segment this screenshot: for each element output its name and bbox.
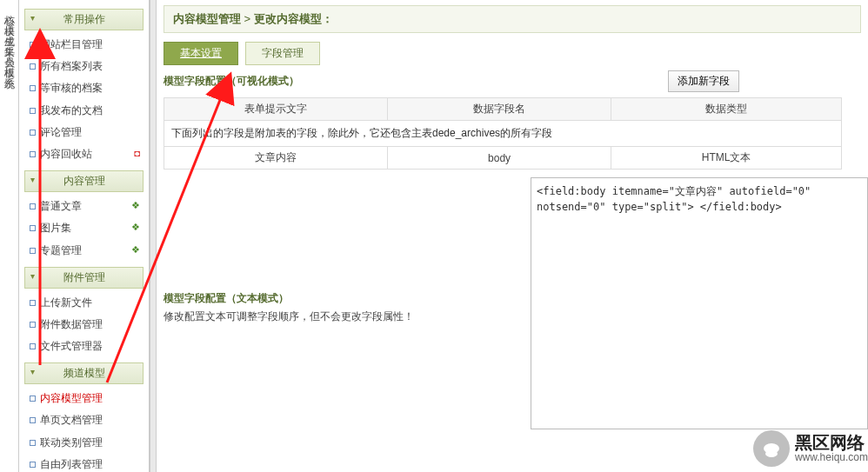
visual-config-title: 模型字段配置（可视化模式）	[164, 70, 299, 92]
col-form-label: 表单提示文字	[164, 98, 388, 121]
tab-fields[interactable]: 字段管理	[245, 42, 320, 65]
main-panel: 内容模型管理 > 更改内容模型： 基本设置 字段管理 模型字段配置（可视化模式）…	[157, 0, 868, 472]
module-tab-tmpl[interactable]: 模板	[3, 57, 15, 61]
chevron-down-icon: ▾	[30, 175, 35, 184]
module-tab-make[interactable]: 生成	[3, 26, 15, 30]
sidebar-item-freelist[interactable]: 自由列表管理	[28, 454, 144, 472]
sidebar-item-gallery[interactable]: 图片集❖	[28, 217, 144, 239]
breadcrumb: 内容模型管理 > 更改内容模型：	[164, 5, 861, 33]
plus-icon[interactable]: ❖	[131, 243, 140, 258]
cell-form-label: 文章内容	[164, 147, 388, 170]
sidebar-item-all-archives[interactable]: 所有档案列表	[28, 56, 144, 77]
cell-field-name: body	[388, 147, 611, 170]
sidebar-item-upload[interactable]: 上传新文件	[28, 292, 144, 314]
field-code-box[interactable]: <field:body itemname="文章内容" autofield="0…	[531, 177, 868, 429]
watermark: 黑区网络 www.heiqu.com	[753, 430, 868, 467]
module-tab-gather[interactable]: 采集	[3, 37, 15, 40]
sidebar-group-content[interactable]: ▾内容管理	[24, 170, 144, 192]
tab-basic[interactable]: 基本设置	[164, 42, 238, 65]
sidebar-item-col-manage[interactable]: 网站栏目管理	[28, 34, 144, 56]
col-field-name: 数据字段名	[388, 98, 611, 121]
splitter-handle[interactable]	[150, 0, 157, 472]
sidebar-group-channel[interactable]: ▾频道模型	[24, 362, 144, 384]
module-tab-core[interactable]: 核心	[3, 5, 15, 9]
sidebar-item-singlepage[interactable]: 单页文档管理	[28, 409, 144, 431]
sidebar-group-attach[interactable]: ▾附件管理	[24, 267, 144, 289]
sidebar-item-comments[interactable]: 评论管理	[28, 122, 144, 143]
mushroom-icon	[753, 430, 790, 467]
table-row[interactable]: 文章内容 body HTML文本	[164, 147, 842, 170]
plus-icon[interactable]: ❖	[131, 220, 140, 236]
chevron-down-icon: ▾	[30, 13, 35, 23]
crumb-root[interactable]: 内容模型管理	[173, 12, 241, 25]
sidebar-item-file-mgr[interactable]: 文件式管理器	[28, 336, 144, 357]
module-tab-member[interactable]: 会员	[3, 47, 15, 50]
sidebar-item-pending[interactable]: 等审核的档案	[28, 77, 144, 99]
sidebar-item-article[interactable]: 普通文章❖	[28, 196, 144, 217]
watermark-url: www.heiqu.com	[795, 452, 868, 463]
sidebar: ▾常用操作 网站栏目管理 所有档案列表 等审核的档案 我发布的文档 评论管理 内…	[19, 0, 150, 472]
tabs: 基本设置 字段管理	[164, 42, 868, 65]
module-tab-system[interactable]: 系统	[3, 68, 15, 71]
sidebar-item-model-mgr[interactable]: 内容模型管理	[28, 388, 144, 409]
fields-note: 下面列出的字段是附加表的字段，除此外，它还包含主表dede_archives的所…	[164, 121, 842, 147]
cell-data-type: HTML文本	[611, 147, 842, 170]
module-tab-module[interactable]: 模块	[3, 16, 15, 19]
sidebar-item-recycle[interactable]: 内容回收站◘	[28, 143, 144, 165]
fields-table: 表单提示文字 数据字段名 数据类型 下面列出的字段是附加表的字段，除此外，它还包…	[164, 97, 842, 170]
watermark-name: 黑区网络	[795, 434, 868, 452]
col-data-type: 数据类型	[611, 98, 842, 121]
plus-icon[interactable]: ❖	[131, 198, 140, 214]
crumb-current: 更改内容模型：	[254, 12, 333, 25]
shield-icon: ◘	[134, 146, 140, 162]
sidebar-item-attach-db[interactable]: 附件数据管理	[28, 314, 144, 336]
chevron-down-icon: ▾	[30, 367, 35, 376]
chevron-down-icon: ▾	[30, 271, 35, 281]
sidebar-group-common[interactable]: ▾常用操作	[24, 9, 144, 30]
sidebar-item-linkage[interactable]: 联动类别管理	[28, 432, 144, 454]
sidebar-item-my-docs[interactable]: 我发布的文档	[28, 100, 144, 122]
sidebar-item-special[interactable]: 专题管理❖	[28, 240, 144, 262]
add-field-button[interactable]: 添加新字段	[668, 70, 739, 92]
module-tabs: 核心 模块 生成 采集 会员 模板 系统	[0, 0, 19, 472]
